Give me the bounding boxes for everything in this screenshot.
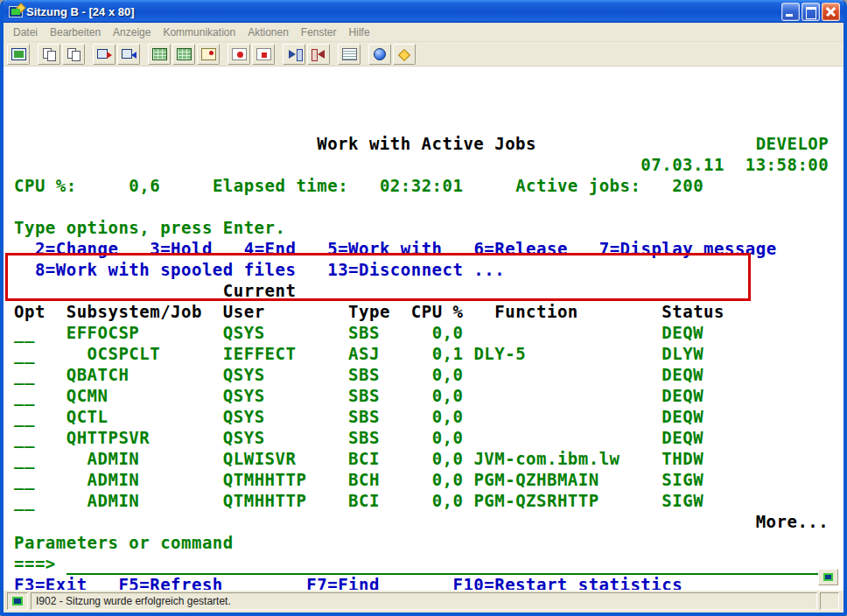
opt-input[interactable]: __ [14, 323, 35, 342]
terminal-line: 8=Work with spooled files 13=Disconnect … [14, 259, 844, 280]
terminal-line: __ ADMIN QTMHHTTP BCI 0,0 PGM-QZSRHTTP S… [14, 490, 844, 511]
terminal-text: THDW [662, 449, 704, 468]
column-header: Function [494, 302, 578, 321]
menu-fenster[interactable]: Fenster [295, 24, 343, 41]
menu-aktionen[interactable]: Aktionen [242, 24, 295, 41]
opt-input[interactable]: __ [14, 344, 35, 363]
terminal-text: ADMIN [88, 449, 140, 468]
terminal-text: CPU %: [14, 176, 77, 195]
terminal-text: QBATCH [66, 365, 130, 384]
receive-file-icon [122, 48, 136, 60]
terminal-text: DEQW [662, 428, 704, 447]
window-controls [781, 3, 840, 21]
terminal-text: QHTTPSVR [66, 428, 150, 447]
maximize-button[interactable] [802, 3, 820, 21]
terminal-line: __ QHTTPSVR QSYS SBS 0,0 DEQW [14, 427, 844, 448]
status-session-icon [7, 592, 28, 610]
opt-input[interactable]: __ [14, 491, 35, 510]
send-file-button[interactable] [93, 44, 116, 65]
terminal-line: __ ADMIN QTMHHTTP BCH 0,0 PGM-QZHBMAIN S… [14, 469, 844, 490]
column-header: Current [223, 281, 297, 300]
copy-append-button[interactable] [62, 44, 85, 65]
stop-macro-button[interactable] [252, 44, 275, 65]
copy-icon [42, 48, 57, 60]
terminal-text: ADMIN [88, 491, 140, 510]
terminal-text: 0,0 [432, 449, 464, 468]
terminal-text: 13=Disconnect ... [327, 260, 505, 279]
session-icon [11, 48, 26, 60]
terminal-line: 2=Change 3=Hold 4=End 5=Work with 6=Rele… [14, 238, 844, 259]
toolbar-separator [141, 46, 147, 63]
terminal-line: __ QCTL QSYS SBS 0,0 DEQW [14, 406, 844, 427]
menu-bar: DateiBearbeitenAnzeigeKommunikationAktio… [4, 23, 844, 42]
terminal-text: 0,0 [432, 386, 464, 405]
terminal-text: DEQW [662, 407, 704, 426]
status-bar: I902 - Sitzung wurde erfolgreich gestart… [4, 590, 844, 612]
status-right-panel [820, 592, 839, 610]
toolbar-separator [31, 46, 37, 63]
receive-file-button[interactable] [117, 44, 140, 65]
cpu-percent-value: 0,6 [129, 176, 160, 195]
opt-input[interactable]: __ [14, 365, 35, 384]
keypad-button[interactable] [148, 44, 171, 65]
terminal-text: 0,1 [432, 344, 464, 363]
command-input[interactable] [66, 554, 830, 575]
terminal-text: DLYW [662, 344, 704, 363]
close-button[interactable] [822, 3, 840, 21]
terminal-text: Elapsed time: [213, 176, 348, 195]
terminal-text: SBS [348, 365, 380, 384]
terminal-line: __ QBATCH QSYS SBS 0,0 DEQW [14, 364, 844, 385]
opt-input[interactable]: __ [14, 449, 35, 468]
menu-datei[interactable]: Datei [7, 24, 44, 41]
terminal-line: Parameters or command [14, 532, 844, 553]
keypad-icon [152, 48, 167, 60]
terminal-text: SBS [348, 386, 380, 405]
browser-button[interactable] [368, 44, 391, 65]
opt-input[interactable]: __ [14, 386, 35, 405]
column-header: Opt [14, 302, 46, 321]
connect-button[interactable] [283, 44, 305, 65]
terminal-text: 0,0 [432, 323, 464, 342]
copy-button[interactable] [38, 44, 60, 65]
terminal-text: DEQW [662, 365, 704, 384]
menu-hilfe[interactable]: Hilfe [343, 24, 376, 41]
menu-kommunikation[interactable]: Kommunikation [157, 24, 242, 41]
app-window: Sitzung B - [24 x 80] DateiBearbeitenAnz… [0, 0, 847, 616]
command-prompt: ===> [14, 554, 56, 573]
opt-input[interactable]: __ [14, 407, 35, 426]
terminal-line: __ QCMN QSYS SBS 0,0 DEQW [14, 385, 844, 406]
disconnect-button[interactable] [307, 44, 330, 65]
session-button[interactable] [7, 44, 30, 65]
terminal-line: Current [14, 280, 844, 301]
system-name: DEVELOP [756, 134, 830, 153]
menu-bearbeiten[interactable]: Bearbeiten [44, 24, 107, 41]
terminal-text: F7=Find [306, 575, 380, 590]
status-message: I902 - Sitzung wurde erfolgreich gestart… [31, 592, 817, 610]
capture-button[interactable] [197, 44, 220, 65]
terminal-text: QSYS [223, 365, 265, 384]
opt-input[interactable]: __ [14, 470, 35, 489]
terminal-line: Work with Active Jobs DEVELOP [14, 133, 844, 154]
terminal-text: 2=Change [35, 239, 119, 258]
record-macro-button[interactable] [228, 44, 250, 65]
opt-input[interactable]: __ [14, 428, 35, 447]
column-header: User [223, 302, 265, 321]
app-icon [9, 6, 23, 18]
terminal-text: IEFFECT [223, 344, 297, 363]
minimize-button[interactable] [781, 3, 800, 21]
terminal-text: QSYS [223, 323, 265, 342]
notepad-button[interactable] [338, 44, 360, 65]
terminal-text: OCSPCLT [88, 344, 161, 363]
keypad-alt-button[interactable] [172, 44, 195, 65]
toolbar-separator [276, 46, 282, 63]
terminal-text: QLWISVR [223, 449, 297, 468]
terminal-text: 0,0 [432, 491, 464, 510]
terminal-text: BCH [348, 470, 380, 489]
more-indicator: More... [756, 512, 830, 531]
toolbar-separator [86, 46, 92, 63]
color-setup-button[interactable] [393, 44, 416, 65]
terminal-screen[interactable]: Work with Active Jobs DEVELOP 07.03.11 1… [4, 66, 844, 590]
column-header: Subsystem/Job [66, 302, 202, 321]
menu-anzeige[interactable]: Anzeige [107, 24, 157, 41]
title-bar[interactable]: Sitzung B - [24 x 80] [4, 0, 844, 23]
